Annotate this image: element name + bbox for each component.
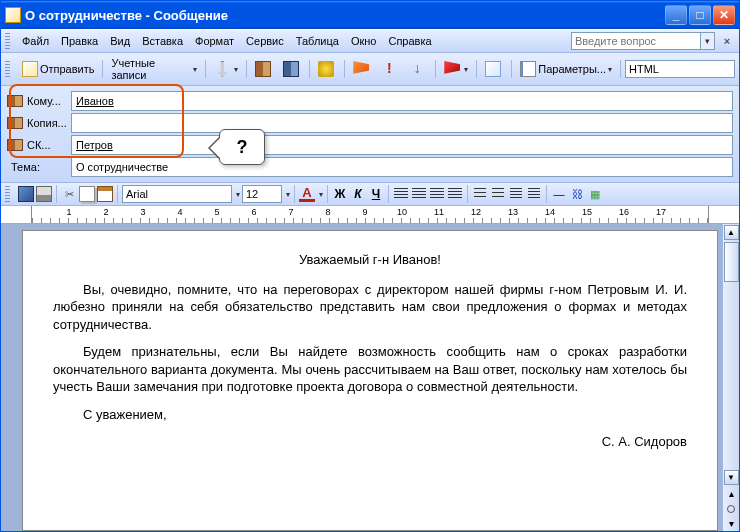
next-page-button[interactable]: ▾ <box>725 517 738 530</box>
folder-icon <box>485 61 501 77</box>
decrease-indent-button[interactable] <box>508 186 524 202</box>
menu-edit[interactable]: Правка <box>55 33 104 49</box>
help-search-input[interactable] <box>571 32 701 50</box>
to-button[interactable]: Кому... <box>7 95 71 107</box>
flag-button[interactable] <box>349 59 375 79</box>
send-label: Отправить <box>40 63 95 75</box>
bcc-label: СК... <box>27 139 51 151</box>
importance-high-button[interactable]: ! <box>377 59 403 79</box>
ruler-number: 6 <box>251 207 256 217</box>
close-button[interactable]: ✕ <box>713 5 735 25</box>
addressbook-icon <box>7 139 23 151</box>
cc-input[interactable] <box>71 113 733 133</box>
menubar: Файл Правка Вид Вставка Формат Сервис Та… <box>1 29 739 53</box>
ruler-number: 7 <box>288 207 293 217</box>
italic-button[interactable]: К <box>350 186 366 202</box>
message-format-select[interactable] <box>625 60 735 78</box>
greeting-text: Уважаемый г-н Иванов! <box>53 251 687 269</box>
ruler-number: 16 <box>619 207 629 217</box>
bcc-input[interactable] <box>71 135 733 155</box>
prev-page-button[interactable]: ▴ <box>725 487 738 500</box>
arrow-down-icon: ↓ <box>409 61 425 77</box>
font-color-button[interactable]: A <box>299 186 315 202</box>
vertical-scrollbar[interactable]: ▲ ▼ ▴ ▾ <box>722 224 739 531</box>
toolbar-grip[interactable] <box>5 33 10 49</box>
options-icon <box>520 61 536 77</box>
menu-window[interactable]: Окно <box>345 33 383 49</box>
paragraph-closing: С уважением, <box>53 406 687 424</box>
menu-view[interactable]: Вид <box>104 33 136 49</box>
bold-button[interactable]: Ж <box>332 186 348 202</box>
maximize-button[interactable]: □ <box>689 5 711 25</box>
font-select[interactable] <box>122 185 232 203</box>
bcc-button[interactable]: СК... <box>7 139 71 151</box>
ruler-number: 1 <box>66 207 71 217</box>
accounts-label: Учетные записи <box>111 57 191 81</box>
menu-file[interactable]: Файл <box>16 33 55 49</box>
ruler-number: 2 <box>103 207 108 217</box>
align-justify-button[interactable] <box>447 186 463 202</box>
align-right-button[interactable] <box>429 186 445 202</box>
menu-insert[interactable]: Вставка <box>136 33 189 49</box>
cc-button[interactable]: Копия... <box>7 117 71 129</box>
editor-area: Уважаемый г-н Иванов! Вы, очевидно, помн… <box>1 224 739 531</box>
scroll-down-button[interactable]: ▼ <box>724 470 739 485</box>
underline-button[interactable]: Ч <box>368 186 384 202</box>
save-button[interactable] <box>18 186 34 202</box>
print-button[interactable] <box>36 186 52 202</box>
chevron-down-icon[interactable]: ▾ <box>286 190 290 199</box>
chevron-down-icon[interactable]: ▾ <box>236 190 240 199</box>
menu-format[interactable]: Формат <box>189 33 240 49</box>
align-left-button[interactable] <box>393 186 409 202</box>
message-body[interactable]: Уважаемый г-н Иванов! Вы, очевидно, помн… <box>22 230 718 531</box>
increase-indent-button[interactable] <box>526 186 542 202</box>
align-center-button[interactable] <box>411 186 427 202</box>
addressbook-button[interactable] <box>251 59 277 79</box>
permissions-button[interactable] <box>314 59 340 79</box>
to-input[interactable] <box>71 91 733 111</box>
menu-table[interactable]: Таблица <box>290 33 345 49</box>
font-size-select[interactable] <box>242 185 282 203</box>
to-label: Кому... <box>27 95 61 107</box>
ruler-number: 5 <box>214 207 219 217</box>
sign-flag-icon <box>444 61 460 77</box>
permission-icon <box>318 61 334 77</box>
app-window: О сотрудничестве - Сообщение _ □ ✕ Файл … <box>0 0 740 532</box>
copy-button[interactable] <box>79 186 95 202</box>
exclamation-icon: ! <box>381 61 397 77</box>
cc-label: Копия... <box>27 117 67 129</box>
menu-help[interactable]: Справка <box>382 33 437 49</box>
paste-button[interactable] <box>97 186 113 202</box>
accounts-button[interactable]: Учетные записи ▾ <box>107 55 201 83</box>
scroll-thumb[interactable] <box>724 242 739 282</box>
signature-button[interactable]: ▾ <box>440 59 472 79</box>
insert-hr-button[interactable]: — <box>551 186 567 202</box>
minimize-button[interactable]: _ <box>665 5 687 25</box>
numbered-list-button[interactable] <box>472 186 488 202</box>
ruler-number: 8 <box>325 207 330 217</box>
toolbar-grip[interactable] <box>5 61 10 77</box>
options-folder-button[interactable] <box>481 59 507 79</box>
subject-input[interactable] <box>71 157 733 177</box>
ruler-number: 15 <box>582 207 592 217</box>
addressbook-icon <box>7 95 23 107</box>
insert-link-button[interactable]: ⛓ <box>569 186 585 202</box>
cut-button[interactable]: ✂ <box>61 186 77 202</box>
addressbook-icon <box>7 117 23 129</box>
check-names-button[interactable] <box>279 59 305 79</box>
help-search-dropdown[interactable]: ▾ <box>701 32 715 50</box>
ruler-number: 10 <box>397 207 407 217</box>
ruler-number: 11 <box>434 207 444 217</box>
menu-service[interactable]: Сервис <box>240 33 290 49</box>
ruler[interactable]: 1234567891011121314151617 <box>1 206 739 224</box>
options-button[interactable]: Параметры... ▾ <box>516 59 616 79</box>
browse-object-button[interactable] <box>725 502 738 515</box>
scroll-up-button[interactable]: ▲ <box>724 225 739 240</box>
menubar-close-icon[interactable]: × <box>719 33 735 49</box>
attach-button[interactable]: ▾ <box>210 59 242 79</box>
insert-picture-button[interactable]: ▦ <box>587 186 603 202</box>
importance-low-button[interactable]: ↓ <box>405 59 431 79</box>
send-button[interactable]: Отправить <box>18 59 99 79</box>
toolbar-grip[interactable] <box>5 186 10 202</box>
bulleted-list-button[interactable] <box>490 186 506 202</box>
